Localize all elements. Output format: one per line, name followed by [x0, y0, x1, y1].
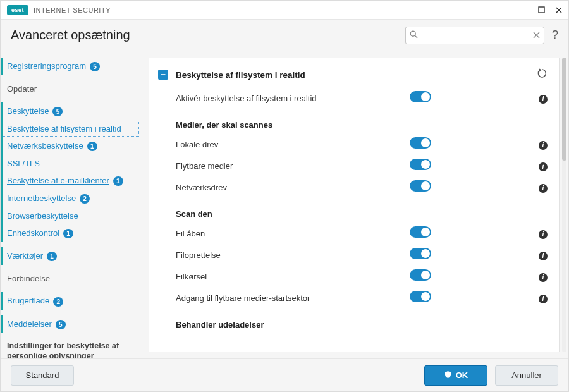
svg-rect-0	[539, 7, 544, 13]
setting-row: Flytbare medieri	[158, 155, 548, 176]
setting-row: Aktivér beskyttelse af filsystem i realt…	[158, 87, 548, 109]
sidebar-badge: 1	[47, 252, 57, 261]
setting-label: Aktivér beskyttelse af filsystem i realt…	[176, 94, 410, 103]
help-icon[interactable]: ?	[552, 28, 558, 42]
sidebar-item-label: Værktøjer	[7, 251, 43, 260]
sidebar-badge: 5	[52, 107, 63, 116]
toggle-switch[interactable]	[410, 137, 431, 149]
setting-label: Fil åben	[176, 229, 410, 238]
section-realtime: Beskyttelse af filsystem i realtid Aktiv…	[149, 58, 559, 341]
svg-point-1	[410, 31, 415, 36]
info-icon[interactable]: i	[539, 160, 548, 171]
sidebar: Registreringsprogram5OpdaterBeskyttelse5…	[1, 51, 145, 358]
shield-icon	[444, 371, 452, 381]
sidebar-item-label: Opdater	[7, 84, 37, 94]
ok-label: OK	[456, 371, 468, 380]
setting-label: Lokale drev	[176, 140, 410, 149]
collapse-icon[interactable]	[158, 70, 168, 80]
sidebar-badge: 1	[63, 229, 73, 238]
info-icon[interactable]: i	[539, 271, 548, 282]
revert-icon[interactable]	[537, 68, 548, 81]
sidebar-item-label: Beskyttelse af e-mailklienter	[7, 176, 109, 185]
setting-row: Fil åbeni	[158, 223, 548, 244]
sidebar-badge: 1	[113, 176, 123, 186]
maximize-icon[interactable]	[537, 6, 546, 15]
subheading-scan: Scan den	[158, 198, 548, 223]
info-icon[interactable]: i	[539, 292, 548, 303]
toggle-switch[interactable]	[410, 180, 431, 192]
product-name: INTERNET SECURITY	[34, 6, 111, 14]
sidebar-item-6[interactable]: Beskyttelse af e-mailklienter1	[1, 172, 140, 190]
search-box[interactable]	[405, 27, 544, 44]
sidebar-item-label: Meddelelser	[7, 319, 52, 329]
setting-label: Adgang til flytbare medier-startsektor	[176, 293, 410, 303]
sidebar-item-11[interactable]: Forbindelse	[1, 270, 140, 287]
sidebar-badge: 5	[56, 320, 66, 329]
sidebar-item-4[interactable]: Netværksbeskyttelse1	[1, 137, 140, 155]
sidebar-item-7[interactable]: Internetbeskyttelse2	[1, 190, 140, 207]
sidebar-badge: 2	[53, 297, 63, 307]
setting-label: Filoprettelse	[176, 250, 410, 260]
info-icon[interactable]: i	[539, 228, 548, 239]
subheading-exclusions: Behandler udeladelser	[158, 309, 548, 333]
toggle-switch[interactable]	[410, 291, 431, 302]
default-button[interactable]: Standard	[11, 365, 74, 386]
sidebar-item-5[interactable]: SSL/TLS	[1, 155, 140, 172]
toggle-switch[interactable]	[410, 159, 431, 170]
sidebar-item-2[interactable]: Beskyttelse5	[1, 102, 140, 120]
svg-rect-2	[161, 74, 166, 75]
sidebar-item-label: Brugerflade	[7, 296, 49, 305]
sidebar-item-12[interactable]: Brugerflade2	[1, 292, 140, 310]
sidebar-badge: 2	[80, 194, 90, 204]
toggle-switch[interactable]	[410, 226, 431, 238]
search-input[interactable]	[406, 27, 544, 44]
setting-label: Netværksdrev	[176, 183, 410, 192]
sidebar-item-label: Beskyttelse	[7, 106, 49, 116]
cancel-button[interactable]: Annuller	[495, 365, 558, 386]
sidebar-item-label: Beskyttelse af filsystem i realtid	[7, 124, 121, 133]
scrollbar-thumb[interactable]	[562, 58, 566, 161]
sidebar-badge: 5	[90, 62, 100, 71]
window-controls	[537, 6, 563, 15]
sidebar-item-10[interactable]: Værktøjer1	[1, 247, 140, 265]
ok-button[interactable]: OK	[424, 365, 487, 386]
search-icon	[410, 30, 418, 41]
info-icon[interactable]: i	[539, 181, 548, 193]
sidebar-item-13[interactable]: Meddelelser5	[1, 315, 140, 333]
brand: eset INTERNET SECURITY	[7, 5, 111, 15]
sidebar-item-0[interactable]: Registreringsprogram5	[1, 58, 140, 75]
setting-row: Netværksdrevi	[158, 176, 548, 198]
setting-row: Filkørseli	[158, 266, 548, 287]
close-icon[interactable]	[554, 6, 563, 15]
sidebar-item-label: Forbindelse	[7, 274, 50, 283]
info-icon[interactable]: i	[539, 138, 548, 150]
clear-search-icon[interactable]	[533, 30, 540, 41]
sidebar-item-3[interactable]: Beskyttelse af filsystem i realtid	[1, 120, 140, 137]
sidebar-footnote[interactable]: Indstillinger for beskyttelse af personl…	[1, 333, 140, 358]
scrollbar[interactable]	[562, 58, 566, 352]
footer: Standard OK Annuller	[1, 358, 568, 391]
info-icon[interactable]: i	[539, 92, 548, 104]
toggle-switch[interactable]	[410, 91, 431, 102]
sidebar-item-label: Internetbeskyttelse	[7, 193, 76, 203]
setting-label: Flytbare medier	[176, 161, 410, 171]
page-title: Avanceret opsætning	[11, 28, 130, 42]
sidebar-item-label: Browserbeskyttelse	[7, 211, 78, 221]
sidebar-item-label: Registreringsprogram	[7, 61, 86, 71]
title-bar: eset INTERNET SECURITY	[1, 1, 568, 20]
toggle-switch[interactable]	[410, 269, 431, 281]
setting-row: Filoprettelsei	[158, 244, 548, 266]
setting-row: Lokale drevi	[158, 133, 548, 155]
sidebar-item-label: Enhedskontrol	[7, 228, 59, 238]
setting-label: Filkørsel	[176, 272, 410, 281]
sidebar-item-1[interactable]: Opdater	[1, 80, 140, 97]
subheading-media: Medier, der skal scannes	[158, 109, 548, 133]
section-title: Beskyttelse af filsystem i realtid	[176, 70, 530, 80]
brand-logo: eset	[7, 5, 28, 15]
sidebar-item-8[interactable]: Browserbeskyttelse	[1, 207, 140, 224]
sidebar-item-9[interactable]: Enhedskontrol1	[1, 224, 140, 242]
content-panel: Beskyttelse af filsystem i realtid Aktiv…	[149, 58, 560, 352]
sidebar-item-label: Netværksbeskyttelse	[7, 141, 83, 150]
info-icon[interactable]: i	[539, 249, 548, 260]
toggle-switch[interactable]	[410, 248, 431, 259]
